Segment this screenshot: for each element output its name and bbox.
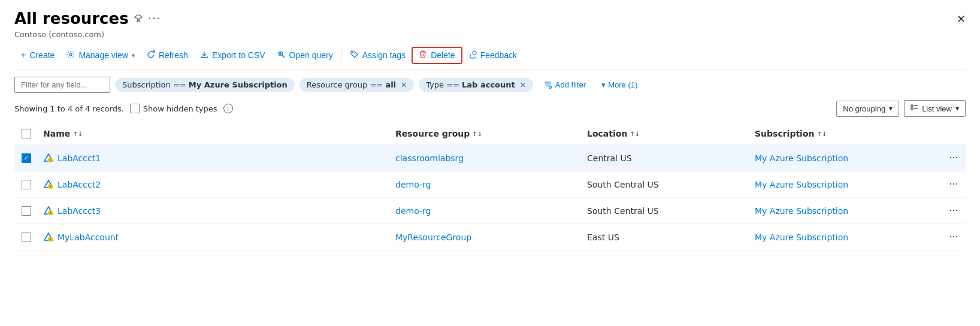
header-checkbox[interactable] (22, 129, 31, 138)
svg-rect-4 (911, 105, 913, 107)
row3-location: South Central US (587, 206, 659, 216)
feedback-label: Feedback (480, 50, 517, 60)
ellipsis-menu-icon[interactable]: ··· (148, 11, 161, 26)
create-button[interactable]: + Create (14, 46, 61, 64)
export-csv-button[interactable]: Export to CSV (194, 47, 271, 64)
create-label: Create (29, 50, 55, 60)
row3-name-link[interactable]: LabAccct3 (58, 206, 101, 216)
resource-group-filter-label: Resource group == all (307, 80, 396, 89)
row4-name-link[interactable]: MyLabAccount (58, 233, 119, 242)
query-icon (277, 50, 286, 61)
feedback-icon (468, 50, 477, 61)
lab-account-icon (43, 179, 54, 190)
row4-checkbox-empty[interactable] (22, 233, 31, 242)
row4-more-options[interactable]: ··· (942, 227, 966, 247)
row3-resource-group-link[interactable]: demo-rg (395, 206, 431, 216)
add-filter-label: Add filter (555, 80, 586, 89)
row2-ellipsis-icon[interactable]: ··· (949, 179, 958, 190)
row3-more-options[interactable]: ··· (942, 200, 966, 221)
lab-account-icon (43, 232, 54, 243)
export-csv-label: Export to CSV (212, 50, 265, 60)
row2-resource-group-cell: demo-rg (391, 175, 582, 194)
row4-location-cell: East US (582, 228, 750, 247)
row2-checkbox[interactable] (14, 175, 38, 194)
svg-point-2 (473, 51, 476, 55)
row2-subscription-link[interactable]: My Azure Subscription (755, 180, 848, 189)
select-all-checkbox[interactable] (14, 126, 38, 141)
show-hidden-types-checkbox[interactable] (130, 104, 140, 113)
row3-ellipsis-icon[interactable]: ··· (949, 205, 958, 216)
add-filter-button[interactable]: Add filter (538, 78, 592, 92)
pin-icon[interactable] (134, 14, 143, 23)
refresh-button[interactable]: Refresh (141, 47, 194, 64)
row2-name-cell: LabAccct2 (38, 174, 391, 195)
row3-subscription-cell: My Azure Subscription (750, 201, 942, 221)
list-view-label: List view (922, 104, 952, 113)
row2-more-options[interactable]: ··· (942, 174, 966, 195)
row4-ellipsis-icon[interactable]: ··· (949, 231, 958, 243)
subscription-filter-chip[interactable]: Subscription == My Azure Subscription (115, 78, 295, 92)
row2-resource-group-link[interactable]: demo-rg (395, 180, 431, 189)
row1-checkbox[interactable]: ✓ (14, 149, 38, 168)
row1-resource-group-cell: classroomlabsrg (391, 149, 582, 168)
type-filter-chip[interactable]: Type == Lab account ✕ (419, 78, 533, 92)
subscription-column-header[interactable]: Subscription ↑↓ (750, 126, 942, 141)
filter-input[interactable] (14, 77, 110, 93)
table-row[interactable]: LabAccct2 demo-rg South Central US My Az… (14, 171, 966, 198)
name-column-header[interactable]: Name ↑↓ (38, 126, 391, 141)
row3-resource-group-cell: demo-rg (391, 201, 582, 221)
row1-subscription-link[interactable]: My Azure Subscription (755, 153, 848, 163)
row3-checkbox[interactable] (14, 201, 38, 221)
add-filter-icon (544, 81, 552, 89)
manage-view-button[interactable]: Manage view ▾ (61, 47, 141, 64)
location-column-header[interactable]: Location ↑↓ (582, 126, 750, 141)
row1-name-link[interactable]: LabAccct1 (58, 153, 101, 163)
row2-name-link[interactable]: LabAccct2 (58, 180, 101, 189)
row1-resource-group-link[interactable]: classroomlabsrg (395, 153, 464, 163)
table-row[interactable]: LabAccct3 demo-rg South Central US My Az… (14, 198, 966, 224)
row4-checkbox[interactable] (14, 228, 38, 247)
more-column-header (942, 126, 966, 141)
info-icon[interactable]: i (223, 104, 233, 113)
row3-checkbox-empty[interactable] (22, 206, 31, 216)
list-view-dropdown[interactable]: List view ▾ (904, 100, 966, 117)
subscription-filter-label: Subscription == My Azure Subscription (122, 80, 288, 89)
row4-resource-group-link[interactable]: MyResourceGroup (395, 233, 471, 242)
row2-checkbox-empty[interactable] (22, 180, 31, 189)
table-row[interactable]: MyLabAccount MyResourceGroup East US My … (14, 224, 966, 250)
table-header: Name ↑↓ Resource group ↑↓ Location ↑↓ Su… (14, 123, 966, 145)
records-count: Showing 1 to 4 of 4 records. (14, 104, 124, 113)
feedback-button[interactable]: Feedback (462, 47, 523, 64)
more-button[interactable]: ▾ More (1) (597, 78, 642, 92)
table-row[interactable]: ✓ LabAccct1 classroomlabsrg Central US M… (14, 145, 966, 171)
toolbar: + Create Manage view ▾ Refresh (14, 46, 966, 70)
row1-ellipsis-icon[interactable]: ··· (949, 152, 958, 164)
row1-more-options[interactable]: ··· (942, 147, 966, 168)
row4-subscription-link[interactable]: My Azure Subscription (755, 233, 848, 242)
chevron-down-icon: ▾ (955, 104, 959, 113)
filter-row: Subscription == My Azure Subscription Re… (14, 77, 966, 93)
plus-icon: + (20, 50, 26, 61)
type-filter-remove-icon[interactable]: ✕ (520, 81, 526, 89)
show-hidden-types-text: Show hidden types (143, 104, 217, 113)
delete-button[interactable]: Delete (412, 47, 462, 64)
svg-point-0 (69, 53, 72, 56)
subtitle: Contoso (contoso.com) (14, 30, 966, 39)
refresh-icon (147, 50, 155, 61)
refresh-label: Refresh (159, 50, 188, 60)
resource-group-filter-chip[interactable]: Resource group == all ✕ (300, 78, 414, 92)
row4-subscription-cell: My Azure Subscription (750, 228, 942, 247)
resource-group-column-label: Resource group (395, 129, 470, 138)
no-grouping-dropdown[interactable]: No grouping ▾ (836, 101, 899, 117)
row3-subscription-link[interactable]: My Azure Subscription (755, 206, 848, 216)
resource-group-filter-remove-icon[interactable]: ✕ (401, 81, 407, 89)
export-icon (200, 50, 208, 61)
show-hidden-types-label[interactable]: Show hidden types (130, 104, 217, 113)
row4-name-cell: MyLabAccount (38, 227, 391, 247)
resource-group-column-header[interactable]: Resource group ↑↓ (391, 126, 582, 141)
row1-location: Central US (587, 153, 632, 163)
delete-icon (419, 50, 427, 61)
close-button[interactable]: ✕ (957, 13, 966, 25)
assign-tags-button[interactable]: Assign tags (344, 47, 412, 64)
open-query-button[interactable]: Open query (271, 47, 339, 64)
